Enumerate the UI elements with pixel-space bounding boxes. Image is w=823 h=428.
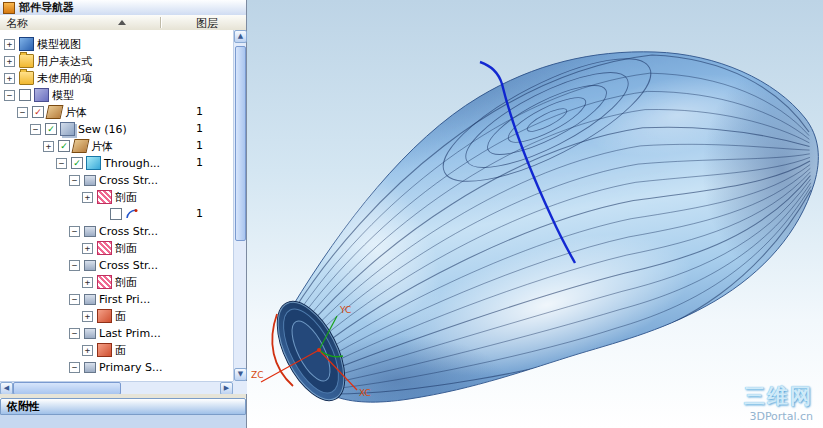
visibility-checkbox[interactable] — [110, 208, 122, 220]
collapse-toggle-icon[interactable]: − — [69, 226, 80, 237]
collapse-toggle-icon[interactable]: − — [56, 158, 67, 169]
feature-tree[interactable]: +模型视图+用户表达式+未使用的项−模型−✓片体1−✓Sew (16)1+✓片体… — [0, 30, 233, 381]
expand-toggle-icon[interactable]: + — [82, 345, 93, 356]
tree-row[interactable]: +未使用的项 — [0, 69, 233, 86]
tree-item-label: Primary S... — [99, 361, 162, 374]
visibility-checkbox[interactable]: ✓ — [32, 106, 44, 118]
tree-row[interactable]: −Primary S... — [0, 358, 233, 375]
expand-toggle-icon[interactable]: + — [4, 39, 15, 50]
tree-item-label: 模型 — [52, 89, 74, 102]
tree-item-label: Sew (16) — [78, 123, 127, 136]
tree-row[interactable]: +剖面 — [0, 239, 233, 256]
model-3d-surface: ZC XC YC — [247, 0, 823, 428]
collapse-toggle-icon[interactable]: − — [17, 107, 28, 118]
column-divider[interactable] — [160, 17, 161, 28]
tree-item-label: 模型视图 — [37, 38, 81, 51]
tree-row[interactable]: −Cross Str... — [0, 171, 233, 188]
folder-icon — [19, 71, 34, 85]
group-icon — [84, 328, 96, 339]
expand-toggle-icon[interactable]: + — [82, 277, 93, 288]
vertical-scrollbar[interactable]: ▲ ▼ — [233, 30, 246, 381]
visibility-checkbox[interactable]: ✓ — [45, 123, 57, 135]
tree-row[interactable]: +用户表达式 — [0, 52, 233, 69]
tree-row[interactable]: −Cross Str... — [0, 222, 233, 239]
layer-value: 1 — [196, 103, 203, 120]
collapse-toggle-icon[interactable]: − — [4, 90, 15, 101]
tree-row[interactable]: −First Pri... — [0, 290, 233, 307]
column-name[interactable]: 名称 — [6, 16, 28, 31]
scrollbar-corner — [233, 381, 247, 394]
part-navigator-panel: 部件导航器 名称 图层 +模型视图+用户表达式+未使用的项−模型−✓片体1−✓S… — [0, 0, 247, 428]
tree-row[interactable]: +面 — [0, 341, 233, 358]
axis-label-yc: YC — [339, 305, 351, 315]
tree-row[interactable]: −✓片体1 — [0, 103, 233, 120]
scroll-down-icon[interactable]: ▼ — [234, 368, 247, 381]
curve-icon — [125, 208, 138, 220]
tree-item-label: 片体 — [91, 140, 113, 153]
surface-icon — [86, 156, 101, 170]
application-window: 部件导航器 名称 图层 +模型视图+用户表达式+未使用的项−模型−✓片体1−✓S… — [0, 0, 823, 428]
vertical-scroll-thumb[interactable] — [235, 46, 246, 241]
collapse-toggle-icon[interactable]: − — [69, 260, 80, 271]
tree-item-label: First Pri... — [99, 293, 150, 306]
model-icon — [34, 88, 49, 102]
tree-item-label: 剖面 — [115, 191, 137, 204]
model-views-icon — [19, 37, 34, 51]
tree-row[interactable]: +剖面 — [0, 273, 233, 290]
scroll-up-icon[interactable]: ▲ — [234, 30, 247, 43]
graphics-viewport[interactable]: ZC XC YC 三维网 3DPortal.cn — [247, 0, 823, 428]
group-icon — [84, 226, 96, 237]
horizontal-scrollbar[interactable]: ◀ ▶ — [0, 381, 233, 394]
layer-value: 1 — [196, 120, 203, 137]
column-layer[interactable]: 图层 — [196, 16, 218, 31]
tree-row[interactable]: −Cross Str... — [0, 256, 233, 273]
dependencies-section-header[interactable]: 依附性 — [0, 398, 246, 415]
layer-value: 1 — [196, 205, 203, 222]
tree-column-header[interactable]: 名称 图层 — [0, 15, 246, 31]
tree-item-label: 未使用的项 — [37, 72, 92, 85]
expander-spacer — [95, 210, 106, 219]
folder-icon — [19, 54, 34, 68]
tree-row[interactable]: +面 — [0, 307, 233, 324]
collapse-toggle-icon[interactable]: − — [69, 328, 80, 339]
tree-row[interactable]: 1 — [0, 205, 233, 222]
collapse-toggle-icon[interactable]: − — [69, 175, 80, 186]
sew-icon — [60, 122, 75, 136]
horizontal-scroll-track[interactable] — [121, 382, 220, 394]
tree-row[interactable]: −✓Sew (16)1 — [0, 120, 233, 137]
face-icon — [97, 309, 112, 323]
expand-toggle-icon[interactable]: + — [82, 192, 93, 203]
visibility-checkbox[interactable]: ✓ — [71, 157, 83, 169]
axis-label-zc: ZC — [251, 370, 263, 380]
face-icon — [97, 343, 112, 357]
expand-toggle-icon[interactable]: + — [82, 311, 93, 322]
sort-arrow-icon — [118, 20, 126, 25]
tree-item-label: 面 — [115, 310, 126, 323]
expand-toggle-icon[interactable]: + — [82, 243, 93, 254]
visibility-checkbox[interactable]: ✓ — [58, 140, 70, 152]
collapse-toggle-icon[interactable]: − — [69, 362, 80, 373]
tree-row[interactable]: +✓片体1 — [0, 137, 233, 154]
tree-row[interactable]: +模型视图 — [0, 35, 233, 52]
tree-item-label: Cross Str... — [99, 225, 158, 238]
expand-toggle-icon[interactable]: + — [43, 141, 54, 152]
tree-item-label: 剖面 — [115, 276, 137, 289]
tree-item-label: Cross Str... — [99, 174, 158, 187]
expand-toggle-icon[interactable]: + — [4, 73, 15, 84]
layer-value: 1 — [196, 137, 203, 154]
expand-toggle-icon[interactable]: + — [4, 56, 15, 67]
group-icon — [84, 362, 96, 373]
section-icon — [97, 190, 112, 204]
tree-item-label: Last Prim... — [99, 327, 161, 340]
tree-row[interactable]: +剖面 — [0, 188, 233, 205]
panel-title-bar[interactable]: 部件导航器 — [0, 0, 246, 16]
sheet-icon — [46, 105, 64, 119]
collapse-toggle-icon[interactable]: − — [30, 124, 41, 135]
tree-row[interactable]: −模型 — [0, 86, 233, 103]
tree-item-label: Through... — [104, 157, 160, 170]
collapse-toggle-icon[interactable]: − — [69, 294, 80, 305]
sheet-icon — [72, 139, 90, 153]
tree-row[interactable]: −Last Prim... — [0, 324, 233, 341]
visibility-checkbox[interactable] — [19, 89, 31, 101]
tree-row[interactable]: −✓Through...1 — [0, 154, 233, 171]
